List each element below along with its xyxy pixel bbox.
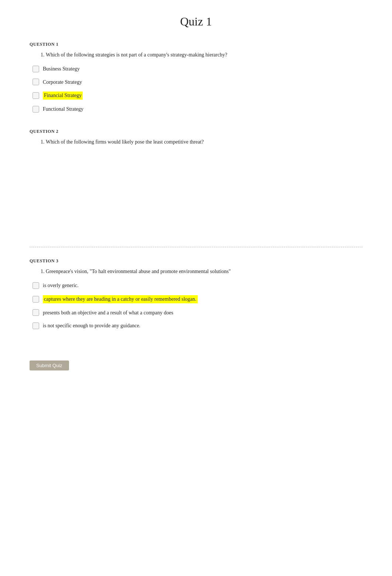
q1-option-d[interactable]: Functional Strategy [30,104,362,114]
q3-answer-b-text: captures where they are heading in a cat… [43,295,197,303]
q1-option-a[interactable]: Business Strategy [30,64,362,74]
q1-answer-c-text: Financial Strategy [43,92,83,100]
q3-option-c[interactable]: presents both an objective and a result … [30,308,362,318]
question-2-text: Which of the following firms would likel… [38,138,362,146]
q3-radio-b[interactable] [32,296,39,303]
q1-radio-d[interactable] [32,106,39,113]
q1-option-b[interactable]: Corporate Strategy [30,77,362,87]
q3-option-d[interactable]: is not specific enough to provide any gu… [30,321,362,331]
q1-radio-c[interactable] [32,92,39,99]
q1-radio-b[interactable] [32,79,39,85]
q1-option-c[interactable]: Financial Strategy [30,90,362,101]
q1-radio-a[interactable] [32,66,39,72]
q3-radio-c[interactable] [32,309,39,316]
question-2-spacer [30,151,362,232]
question-3-text: Greenpeace's vision, "To halt environmen… [38,268,362,275]
question-1-block: QUESTION 1 Which of the following strate… [30,42,362,114]
question-1-label: QUESTION 1 [30,42,362,47]
question-3-label: QUESTION 3 [30,258,362,264]
question-2-block: QUESTION 2 Which of the following firms … [30,129,362,232]
q3-option-b[interactable]: captures where they are heading in a cat… [30,294,362,305]
q3-radio-d[interactable] [32,323,39,329]
q3-option-a[interactable]: is overly generic. [30,280,362,291]
q1-answer-b-text: Corporate Strategy [43,79,82,86]
submit-area: Submit Quiz [30,353,362,370]
q3-answer-d-text: is not specific enough to provide any gu… [43,322,140,330]
q3-radio-a[interactable] [32,282,39,289]
q3-answer-a-text: is overly generic. [43,282,79,289]
question-2-label: QUESTION 2 [30,129,362,134]
question-1-text: Which of the following strategies is not… [38,51,362,59]
section-divider [30,247,362,247]
page-title: Quiz 1 [30,15,362,28]
q1-answer-d-text: Functional Strategy [43,106,83,113]
submit-button[interactable]: Submit Quiz [30,361,69,370]
question-3-block: QUESTION 3 Greenpeace's vision, "To halt… [30,258,362,331]
q3-answer-c-text: presents both an objective and a result … [43,309,173,317]
q1-answer-a-text: Business Strategy [43,65,80,73]
